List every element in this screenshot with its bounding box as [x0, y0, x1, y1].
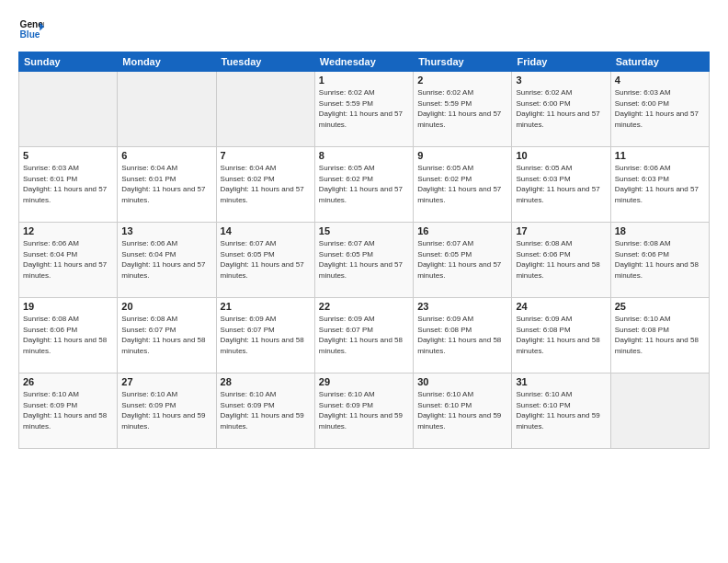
calendar-day-cell: 19Sunrise: 6:08 AMSunset: 6:06 PMDayligh… [19, 298, 118, 373]
calendar-day-cell: 30Sunrise: 6:10 AMSunset: 6:10 PMDayligh… [414, 373, 512, 449]
page-header: General Blue [18, 17, 710, 42]
day-info: Sunrise: 6:05 AMSunset: 6:02 PMDaylight:… [319, 163, 409, 205]
weekday-header: Friday [512, 52, 610, 72]
calendar-day-cell: 22Sunrise: 6:09 AMSunset: 6:07 PMDayligh… [314, 298, 413, 373]
calendar-day-cell: 27Sunrise: 6:10 AMSunset: 6:09 PMDayligh… [118, 373, 216, 449]
calendar-day-cell: 14Sunrise: 6:07 AMSunset: 6:05 PMDayligh… [216, 223, 314, 298]
calendar-day-cell [118, 72, 216, 147]
calendar-day-cell [610, 373, 709, 449]
day-info: Sunrise: 6:05 AMSunset: 6:02 PMDaylight:… [417, 163, 507, 205]
day-number: 18 [615, 225, 705, 236]
day-number: 28 [221, 376, 311, 387]
day-number: 31 [516, 376, 606, 387]
calendar-week-row: 12Sunrise: 6:06 AMSunset: 6:04 PMDayligh… [19, 223, 710, 298]
day-info: Sunrise: 6:10 AMSunset: 6:10 PMDaylight:… [516, 389, 606, 431]
day-number: 4 [615, 75, 705, 86]
day-number: 7 [221, 150, 311, 161]
day-number: 13 [121, 225, 211, 236]
weekday-header: Tuesday [216, 52, 314, 72]
day-number: 23 [417, 301, 507, 312]
weekday-header: Monday [118, 52, 216, 72]
day-number: 29 [319, 376, 409, 387]
day-number: 16 [417, 225, 507, 236]
calendar-day-cell: 13Sunrise: 6:06 AMSunset: 6:04 PMDayligh… [118, 223, 216, 298]
day-number: 11 [615, 150, 705, 161]
day-number: 8 [319, 150, 409, 161]
day-number: 3 [516, 75, 606, 86]
day-info: Sunrise: 6:02 AMSunset: 5:59 PMDaylight:… [319, 87, 409, 130]
day-info: Sunrise: 6:03 AMSunset: 6:01 PMDaylight:… [23, 163, 113, 205]
logo-icon: General Blue [18, 17, 44, 42]
day-number: 10 [516, 150, 606, 161]
day-number: 9 [417, 150, 507, 161]
day-info: Sunrise: 6:08 AMSunset: 6:06 PMDaylight:… [516, 238, 606, 281]
calendar-day-cell: 17Sunrise: 6:08 AMSunset: 6:06 PMDayligh… [512, 223, 610, 298]
day-number: 6 [121, 150, 211, 161]
calendar-day-cell: 28Sunrise: 6:10 AMSunset: 6:09 PMDayligh… [216, 373, 314, 449]
day-number: 1 [319, 75, 409, 86]
calendar-day-cell: 31Sunrise: 6:10 AMSunset: 6:10 PMDayligh… [512, 373, 610, 449]
day-info: Sunrise: 6:04 AMSunset: 6:02 PMDaylight:… [221, 163, 311, 205]
calendar-day-cell: 1Sunrise: 6:02 AMSunset: 5:59 PMDaylight… [314, 72, 413, 147]
day-number: 12 [23, 225, 113, 236]
calendar-day-cell: 5Sunrise: 6:03 AMSunset: 6:01 PMDaylight… [19, 147, 118, 223]
calendar-day-cell [19, 72, 118, 147]
weekday-header: Saturday [610, 52, 709, 72]
day-info: Sunrise: 6:07 AMSunset: 6:05 PMDaylight:… [221, 238, 311, 281]
weekday-header: Thursday [414, 52, 512, 72]
calendar-day-cell: 11Sunrise: 6:06 AMSunset: 6:03 PMDayligh… [610, 147, 709, 223]
calendar-day-cell: 18Sunrise: 6:08 AMSunset: 6:06 PMDayligh… [610, 223, 709, 298]
day-number: 27 [121, 376, 211, 387]
day-info: Sunrise: 6:08 AMSunset: 6:07 PMDaylight:… [121, 314, 211, 356]
day-info: Sunrise: 6:10 AMSunset: 6:10 PMDaylight:… [417, 389, 507, 431]
calendar-header-row: SundayMondayTuesdayWednesdayThursdayFrid… [19, 52, 710, 72]
calendar-day-cell: 9Sunrise: 6:05 AMSunset: 6:02 PMDaylight… [414, 147, 512, 223]
day-info: Sunrise: 6:02 AMSunset: 5:59 PMDaylight:… [417, 87, 507, 130]
calendar-week-row: 1Sunrise: 6:02 AMSunset: 5:59 PMDaylight… [19, 72, 710, 147]
day-number: 14 [221, 225, 311, 236]
day-info: Sunrise: 6:10 AMSunset: 6:08 PMDaylight:… [615, 314, 705, 356]
day-number: 15 [319, 225, 409, 236]
calendar-day-cell: 8Sunrise: 6:05 AMSunset: 6:02 PMDaylight… [314, 147, 413, 223]
calendar-day-cell: 12Sunrise: 6:06 AMSunset: 6:04 PMDayligh… [19, 223, 118, 298]
day-number: 24 [516, 301, 606, 312]
day-number: 19 [23, 301, 113, 312]
calendar-day-cell: 6Sunrise: 6:04 AMSunset: 6:01 PMDaylight… [118, 147, 216, 223]
day-number: 5 [23, 150, 113, 161]
day-info: Sunrise: 6:09 AMSunset: 6:08 PMDaylight:… [516, 314, 606, 356]
day-info: Sunrise: 6:07 AMSunset: 6:05 PMDaylight:… [319, 238, 409, 281]
calendar-day-cell: 3Sunrise: 6:02 AMSunset: 6:00 PMDaylight… [512, 72, 610, 147]
calendar-day-cell: 24Sunrise: 6:09 AMSunset: 6:08 PMDayligh… [512, 298, 610, 373]
day-number: 30 [417, 376, 507, 387]
day-info: Sunrise: 6:08 AMSunset: 6:06 PMDaylight:… [615, 238, 705, 281]
calendar-day-cell: 29Sunrise: 6:10 AMSunset: 6:09 PMDayligh… [314, 373, 413, 449]
day-info: Sunrise: 6:03 AMSunset: 6:00 PMDaylight:… [615, 87, 705, 130]
day-info: Sunrise: 6:10 AMSunset: 6:09 PMDaylight:… [221, 389, 311, 431]
calendar-week-row: 26Sunrise: 6:10 AMSunset: 6:09 PMDayligh… [19, 373, 710, 449]
day-info: Sunrise: 6:04 AMSunset: 6:01 PMDaylight:… [121, 163, 211, 205]
day-info: Sunrise: 6:08 AMSunset: 6:06 PMDaylight:… [23, 314, 113, 356]
calendar-day-cell: 15Sunrise: 6:07 AMSunset: 6:05 PMDayligh… [314, 223, 413, 298]
day-info: Sunrise: 6:06 AMSunset: 6:04 PMDaylight:… [23, 238, 113, 281]
day-number: 17 [516, 225, 606, 236]
calendar-day-cell: 16Sunrise: 6:07 AMSunset: 6:05 PMDayligh… [414, 223, 512, 298]
day-number: 2 [417, 75, 507, 86]
calendar-day-cell: 20Sunrise: 6:08 AMSunset: 6:07 PMDayligh… [118, 298, 216, 373]
day-info: Sunrise: 6:06 AMSunset: 6:03 PMDaylight:… [615, 163, 705, 205]
day-info: Sunrise: 6:05 AMSunset: 6:03 PMDaylight:… [516, 163, 606, 205]
day-info: Sunrise: 6:07 AMSunset: 6:05 PMDaylight:… [417, 238, 507, 281]
day-info: Sunrise: 6:10 AMSunset: 6:09 PMDaylight:… [121, 389, 211, 431]
day-info: Sunrise: 6:09 AMSunset: 6:08 PMDaylight:… [417, 314, 507, 356]
weekday-header: Sunday [19, 52, 118, 72]
calendar-day-cell: 2Sunrise: 6:02 AMSunset: 5:59 PMDaylight… [414, 72, 512, 147]
calendar-day-cell: 26Sunrise: 6:10 AMSunset: 6:09 PMDayligh… [19, 373, 118, 449]
day-info: Sunrise: 6:09 AMSunset: 6:07 PMDaylight:… [221, 314, 311, 356]
calendar-day-cell: 7Sunrise: 6:04 AMSunset: 6:02 PMDaylight… [216, 147, 314, 223]
svg-text:Blue: Blue [20, 29, 40, 40]
calendar-day-cell: 25Sunrise: 6:10 AMSunset: 6:08 PMDayligh… [610, 298, 709, 373]
calendar-week-row: 19Sunrise: 6:08 AMSunset: 6:06 PMDayligh… [19, 298, 710, 373]
day-number: 20 [121, 301, 211, 312]
calendar-day-cell: 23Sunrise: 6:09 AMSunset: 6:08 PMDayligh… [414, 298, 512, 373]
day-number: 26 [23, 376, 113, 387]
day-info: Sunrise: 6:02 AMSunset: 6:00 PMDaylight:… [516, 87, 606, 130]
